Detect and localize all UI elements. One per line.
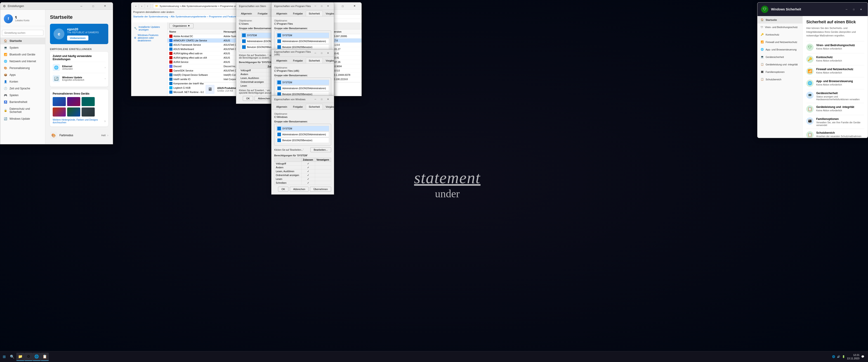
taskbar-notification-icon[interactable]: 💬 [861,355,864,358]
wallpaper-thumb-3[interactable] [82,97,95,106]
pf-tab-sicherheit[interactable]: Sicherheit [306,11,323,16]
sec-nav-item-0[interactable]: 🏠Startseite [757,16,802,24]
installed-updates-link[interactable]: 🔧 Installierte Updates anzeigen [131,24,167,32]
props-windows-maximize[interactable]: □ [318,97,325,102]
security-minimize[interactable]: ─ [843,7,850,12]
settings-nav-item-startseite[interactable]: 🏠Startseite [0,37,45,44]
sec-nav-item-1[interactable]: 🛡Viren- und Bedrohungsschutz [757,24,802,31]
wallpaper-thumb-5[interactable] [67,108,80,116]
security-item-2[interactable]: 📶 Firewall und Netzwerkschutz Keine Akti… [806,65,864,77]
props-windows-close[interactable]: ✕ [325,97,331,102]
programs-maximize[interactable]: □ [338,3,348,9]
back-button[interactable]: ‹ [133,3,138,9]
props-windows-minimize[interactable]: ─ [312,97,318,102]
pw-user-admin[interactable]: 👤 Administratoren (EGON20\Administratore… [276,132,329,137]
pw-tab-sicherheit[interactable]: Sicherheit [306,104,323,110]
props-progfiles-close[interactable]: ✕ [325,4,331,8]
settings-nav-item-netzwerk-und-internet[interactable]: 🌐Netzwerk und Internet [0,58,45,65]
security-maximize[interactable]: □ [850,7,857,12]
file-explorer-taskbar-icon[interactable]: 📁 [16,353,24,361]
pf86-tab-vorgaenger[interactable]: Vorgänger... [323,58,334,63]
pw-tab-freigabe[interactable]: Freigabe [290,104,306,110]
browse-wallpapers-link[interactable]: Weitere Hintergründe, Farben und Designs… [53,118,104,124]
pw-tab-allgemein[interactable]: Allgemein [273,104,290,110]
wallpaper-thumb-2[interactable] [67,97,80,106]
pf-tab-freigabe[interactable]: Freigabe [290,11,306,16]
settings-search-input[interactable] [2,30,43,36]
settings-nav-item-barrierefreiheit[interactable]: ♿Barrierefreiheit [0,99,45,106]
forward-button[interactable]: › [139,3,145,9]
settings-nav-item-bluetooth-und-geräte[interactable]: 📶Bluetooth und Geräte [0,51,45,58]
wallpaper-thumb-1[interactable] [53,97,66,106]
umbenennen-button[interactable]: Umbenennen [67,35,88,40]
settings-nav-item-datenschutz-und-sicherheit[interactable]: 🔒Datenschutz und Sicherheit [0,106,45,115]
pf-user-benutzer[interactable]: 👤 Benutzer (EGON20\Benutzer) [276,44,329,50]
tab-allgemein[interactable]: Allgemein [238,11,255,16]
wallpaper-thumb-6[interactable] [82,108,95,116]
pf-tab-allgemein[interactable]: Allgemein [273,11,290,16]
update-item[interactable]: 🔄 Windows Update Eingreifen erforderlich… [53,73,105,84]
settings-nav-item-personalisierung[interactable]: 🎨Personalisierung [0,65,45,72]
ok-button[interactable]: OK [243,96,253,101]
organize-button[interactable]: Organisieren ▼ [169,23,193,28]
security-item-5[interactable]: 📋 Geräteleistung und -integrität Keine A… [806,103,864,115]
abbrechen-button[interactable]: Abbrechen [254,96,273,101]
start-button[interactable]: ⊞ [0,353,8,361]
quick-setting-sound[interactable]: 🔊 Sound › [50,141,108,144]
pf-tab-vorgaenger[interactable]: Vorgänger... [323,11,334,16]
pw-user-benutzer[interactable]: 👤 Benutzer (EGON20\Benutzer) [276,138,329,143]
search-taskbar-icon[interactable]: 🔍 [8,353,16,361]
sec-nav-item-4[interactable]: 🌐App- und Browsersteuerung [757,46,802,53]
pw-uebernehmen-button[interactable]: Übernehmen [310,187,331,192]
breadcrumb-all[interactable]: Alle Systemsteuerungselemente [170,15,206,18]
tab-freigabe[interactable]: Freigabe [255,11,270,16]
security-item-6[interactable]: 👨‍👩‍👧 Familienoptionen Verwalten Sie, wi… [806,115,864,129]
security-item-1[interactable]: 🔑 Kontoschutz Keine Aktion erforderlich [806,53,864,65]
sec-nav-item-8[interactable]: 📋Schutzbereich [757,76,802,83]
security-item-4[interactable]: 💻 Gerätesicherheit Status anzeigen und H… [806,89,864,103]
programs-close[interactable]: ✕ [349,3,360,9]
pf86-user-system[interactable]: 👤 SYSTEM [276,80,329,85]
pf86-tab-freigabe[interactable]: Freigabe [290,58,306,63]
security-close[interactable]: ✕ [858,7,864,12]
pf86-tab-allgemein[interactable]: Allgemein [273,58,290,63]
settings-nav-item-zeit-und-sprache[interactable]: 🕐Zeit und Sprache [0,85,45,92]
props-pf86-minimize[interactable]: ─ [312,51,318,56]
up-button[interactable]: ↑ [145,3,150,9]
sec-nav-item-2[interactable]: 🔑Kontoschutz [757,31,802,38]
taskbar-sound-icon[interactable]: 🔊 [837,355,840,358]
breadcrumb-cp[interactable]: Startseite der Systemsteuerung [133,15,168,18]
settings-nav-item-spielen[interactable]: 🎮Spielen [0,92,45,99]
wallpaper-thumb-4[interactable] [53,108,66,116]
sec-nav-item-6[interactable]: 📋Geräteleistung und -integrität [757,61,802,68]
sec-nav-item-5[interactable]: 💻Gerätesicherheit [757,53,802,61]
settings-nav-item-system[interactable]: 💻System [0,44,45,51]
minimize-button[interactable]: ─ [76,3,87,9]
settings-nav-item-konten[interactable]: 👤Konten [0,78,45,85]
pw-abbrechen-button[interactable]: Abbrechen [290,187,309,192]
props-progfiles-minimize[interactable]: ─ [312,4,318,8]
close-button[interactable]: ✕ [100,3,110,9]
pw-bearbeiten-button[interactable]: Bearbeiten... [310,147,331,152]
pw-tab-vorgaenger[interactable]: Vorgänger... [323,104,334,110]
props-pf86-maximize[interactable]: □ [318,51,325,56]
programs-taskbar-icon[interactable]: 📋 [41,353,49,361]
security-item-0[interactable]: 🛡 Viren- und Bedrohungsschutz Keine Akti… [806,41,864,53]
security-item-7[interactable]: 📋 Schutzbereich Ansehen der neuesten Sch… [806,129,864,138]
farbmodus-item[interactable]: 🎨 Farbmodus Hell › [50,129,108,141]
pw-ok-button[interactable]: OK [278,187,288,192]
settings-nav-item-windows-update[interactable]: 🔄Windows Update [0,115,45,122]
sec-nav-item-7[interactable]: 👨‍👩‍👧Familienoptionen [757,68,802,76]
windows-features-link[interactable]: ⚙ Windows-Features aktivieren oder deakt… [131,32,167,43]
maximize-button[interactable]: □ [88,3,98,9]
pf86-tab-sicherheit[interactable]: Sicherheit [306,58,323,63]
settings-taskbar-icon[interactable]: ⚙ [24,353,33,361]
pf-user-system[interactable]: 👤 SYSTEM [276,33,329,38]
props-progfiles-maximize[interactable]: □ [318,4,325,8]
settings-nav-item-apps[interactable]: 📦Apps [0,72,45,78]
col-version[interactable]: Version [333,30,360,33]
sec-nav-item-3[interactable]: 📶Firewall und Netzwerkschutz [757,38,802,46]
browser-taskbar-icon[interactable]: 🌐 [33,353,41,361]
security-item-3[interactable]: 🌐 App- und Browsersteuerung Keine Aktion… [806,77,864,89]
pf-user-admin[interactable]: 👤 Administratoren (EGON20\Administratore… [276,38,329,44]
